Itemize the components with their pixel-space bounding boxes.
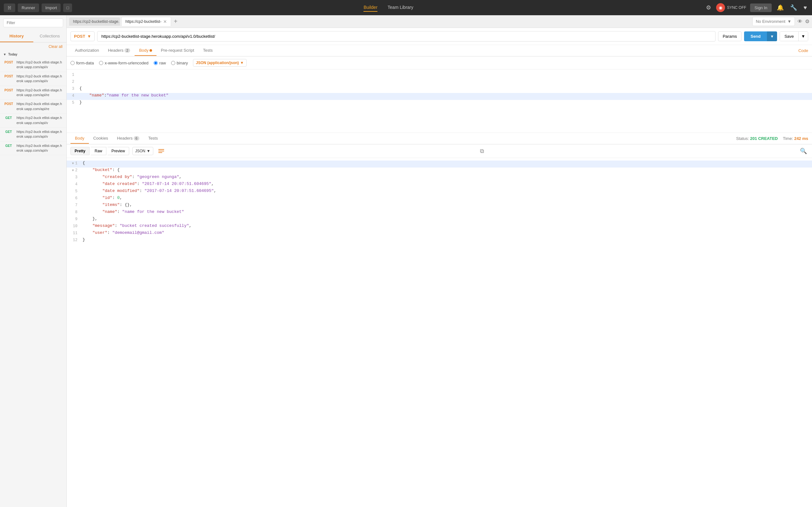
list-item[interactable]: POST https://cp2-buck etlist-stage.herok…	[0, 72, 66, 86]
method-badge: GET	[3, 129, 14, 134]
code-line-4: 4 "name":"name for the new bucket"	[67, 93, 812, 100]
wrench-btn[interactable]: 🔧	[789, 3, 798, 12]
save-dropdown-btn[interactable]: ▼	[798, 32, 808, 41]
preview-btn[interactable]: Preview	[108, 147, 129, 155]
sidebar-toggle-btn[interactable]: ☵	[4, 3, 15, 12]
copy-btn[interactable]: ⧉	[479, 147, 485, 156]
code-line-1: 1	[67, 72, 812, 79]
settings-icon-btn[interactable]: ⚙	[705, 3, 712, 12]
eye-btn[interactable]: 👁	[797, 19, 803, 24]
response-area: Body Cookies Headers6 Tests Status: 201 …	[67, 133, 812, 507]
env-select[interactable]: No Environment ▼	[752, 17, 795, 26]
pretty-btn[interactable]: Pretty	[70, 147, 90, 155]
method-select[interactable]: POST ▼	[70, 32, 95, 41]
notifications-btn[interactable]: 🔔	[775, 3, 785, 12]
list-item[interactable]: POST https://cp2-buck etlist-stage.herok…	[0, 100, 66, 114]
env-gear-btn[interactable]: ⚙	[805, 18, 809, 24]
list-item[interactable]: POST https://cp2-buck etlist-stage.herok…	[0, 58, 66, 72]
method-badge: POST	[3, 88, 14, 93]
resp-tab-body[interactable]: Body	[70, 133, 89, 144]
list-item[interactable]: POST https://cp2-buck etlist-stage.herok…	[0, 86, 66, 100]
raw-option[interactable]: raw	[154, 61, 166, 65]
method-badge: POST	[3, 74, 14, 79]
add-tab-btn[interactable]: +	[172, 18, 179, 25]
tab-body[interactable]: Body	[134, 45, 157, 56]
resp-line-10: 10 "message": "bucket created succesfull…	[67, 223, 812, 230]
resp-line-6: 6 "id": 0,	[67, 195, 812, 203]
url-input[interactable]	[97, 31, 715, 42]
request-body-editor[interactable]: 1 2 3 { 4 "name":"name for the new bucke…	[67, 69, 812, 133]
import-btn[interactable]: Import	[42, 3, 61, 12]
code-line-5: 5 }	[67, 100, 812, 107]
json-type-select[interactable]: JSON (application/json) ▼	[193, 59, 247, 67]
resp-line-4: 4 "date created": "2017-07-14 20:07:51.6…	[67, 181, 812, 188]
urlencoded-option[interactable]: x-www-form-urlencoded	[99, 61, 149, 65]
url-bar: POST ▼ Params Send ▼ Save ▼	[67, 28, 812, 45]
method-badge: POST	[3, 60, 14, 65]
collapse-icon[interactable]: ▼	[3, 53, 6, 56]
sidebar-history-tab[interactable]: History	[0, 31, 33, 42]
binary-option[interactable]: binary	[171, 61, 188, 65]
request-tab-2[interactable]: https://cp2-bucketlist- ✕	[121, 17, 171, 26]
code-link[interactable]: Code	[798, 48, 808, 53]
resp-line-12: 12 }	[67, 237, 812, 244]
urlencoded-radio[interactable]	[99, 61, 103, 65]
new-tab-btn[interactable]: □	[63, 3, 72, 12]
list-item[interactable]: GET https://cp2-buck etlist-stage.herok …	[0, 114, 66, 127]
form-data-radio[interactable]	[70, 61, 74, 65]
runner-btn[interactable]: Runner	[18, 3, 39, 12]
sync-icon: ◉	[716, 3, 725, 12]
history-url: https://cp2-buck etlist-stage.herok uapp…	[16, 88, 63, 98]
binary-radio[interactable]	[171, 61, 175, 65]
history-url: https://cp2-buck etlist-stage.herok uapp…	[16, 144, 63, 153]
params-btn[interactable]: Params	[718, 32, 742, 41]
list-item[interactable]: GET https://cp2-buck etlist-stage.herok …	[0, 127, 66, 142]
team-library-tab[interactable]: Team Library	[388, 3, 413, 12]
search-response-btn[interactable]: 🔍	[799, 146, 808, 156]
tab-authorization[interactable]: Authorization	[70, 45, 104, 56]
heart-btn[interactable]: ♥	[802, 3, 808, 12]
resp-tab-tests[interactable]: Tests	[144, 133, 162, 144]
clear-all-btn[interactable]: Clear all	[0, 43, 66, 51]
save-btn[interactable]: Save	[780, 32, 798, 41]
tab-headers[interactable]: Headers2	[104, 45, 134, 56]
top-nav: ☵ Runner Import □ Builder Team Library ⚙…	[0, 0, 812, 15]
sidebar-tabs: History Collections	[0, 31, 66, 43]
send-btn[interactable]: Send	[744, 32, 767, 41]
list-item[interactable]: GET https://cp2-buck etlist-stage.herok …	[0, 142, 66, 156]
response-toolbar: Pretty Raw Preview JSON ▼ ⧉ 🔍	[67, 145, 812, 158]
today-header: ▼ Today	[0, 51, 66, 58]
time-value: 242 ms	[794, 136, 808, 141]
method-badge: POST	[3, 102, 14, 106]
sync-label: SYNC OFF	[727, 5, 746, 10]
resp-tab-cookies[interactable]: Cookies	[89, 133, 113, 144]
resp-line-7: 7 "items": {},	[67, 203, 812, 209]
tab-pre-request[interactable]: Pre-request Script	[157, 45, 199, 56]
sidebar: History Collections Clear all ▼ Today PO…	[0, 15, 67, 507]
resp-tab-headers[interactable]: Headers6	[113, 133, 144, 144]
main-content: https://cp2-bucketlist-stage. https://cp…	[67, 15, 812, 507]
sidebar-collections-tab[interactable]: Collections	[33, 31, 67, 42]
send-dropdown-btn[interactable]: ▼	[767, 32, 777, 41]
chevron-down-icon: ▼	[787, 19, 791, 24]
tab-tests[interactable]: Tests	[199, 45, 217, 56]
main-layout: History Collections Clear all ▼ Today PO…	[0, 15, 812, 507]
raw-btn[interactable]: Raw	[91, 147, 106, 155]
resp-line-8: 8 "name": "name for the new bucket"	[67, 209, 812, 216]
response-status: Status: 201 CREATED Time: 242 ms	[736, 136, 808, 141]
resp-json-select[interactable]: JSON ▼	[132, 147, 153, 155]
sync-area: ◉ SYNC OFF	[716, 3, 746, 12]
builder-tab[interactable]: Builder	[364, 3, 377, 12]
sign-in-btn[interactable]: Sign In	[750, 3, 772, 12]
status-label: Status: 201 CREATED	[736, 136, 778, 141]
save-btn-group: Save ▼	[779, 32, 808, 41]
close-tab-btn[interactable]: ✕	[163, 19, 167, 24]
request-tab-1[interactable]: https://cp2-bucketlist-stage.	[69, 17, 120, 26]
raw-radio[interactable]	[154, 61, 158, 65]
code-line-2: 2	[67, 79, 812, 86]
form-data-option[interactable]: form-data	[70, 61, 94, 65]
status-code: 201 CREATED	[750, 136, 778, 141]
body-options: form-data x-www-form-urlencoded raw bina…	[67, 56, 812, 69]
wrap-icon[interactable]	[157, 148, 165, 154]
filter-input[interactable]	[3, 18, 63, 27]
